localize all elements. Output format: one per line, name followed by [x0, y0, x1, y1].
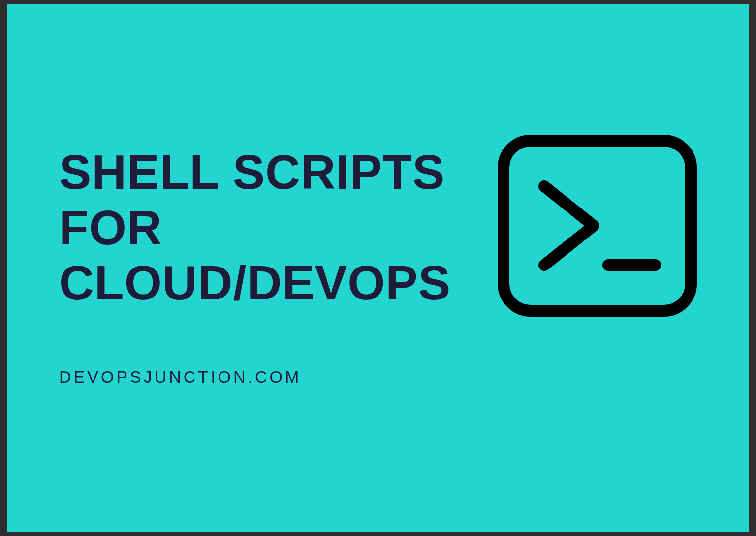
banner-graphic: SHELL SCRIPTS FOR CLOUD/DEVOPS DEVOPSJUN…: [7, 4, 749, 532]
text-block: SHELL SCRIPTS FOR CLOUD/DEVOPS DEVOPSJUN…: [59, 145, 451, 387]
headline-line-2: FOR: [59, 200, 451, 256]
headline: SHELL SCRIPTS FOR CLOUD/DEVOPS: [59, 145, 451, 311]
headline-line-1: SHELL SCRIPTS: [59, 145, 451, 200]
subtitle: DEVOPSJUNCTION.COM: [59, 367, 451, 387]
headline-line-3: CLOUD/DEVOPS: [59, 255, 451, 311]
terminal-icon: [498, 135, 697, 317]
